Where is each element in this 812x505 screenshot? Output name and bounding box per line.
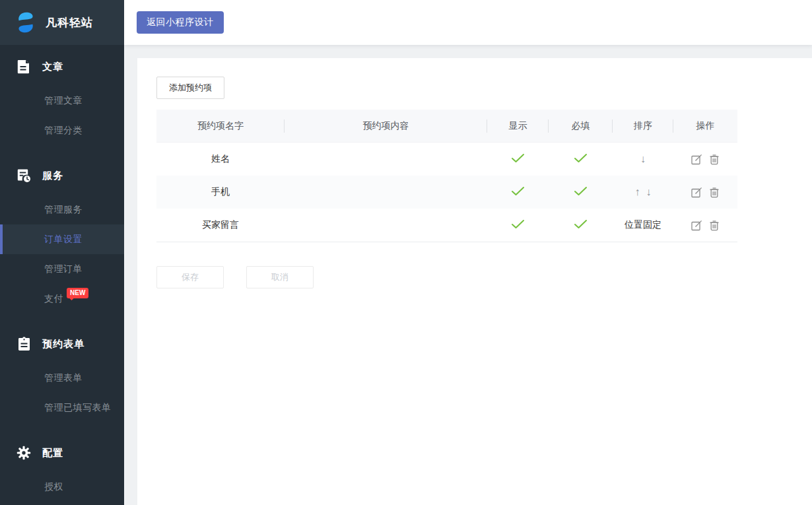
brand-logo-icon <box>13 10 38 35</box>
add-booking-item-button[interactable]: 添加预约项 <box>156 77 224 99</box>
sidebar-section-booking-forms: 预约表单 管理表单 管理已填写表单 <box>0 314 124 422</box>
col-header-required: 必填 <box>549 110 613 142</box>
cell-actions <box>673 176 737 209</box>
footer-buttons: 保存 取消 <box>156 266 812 288</box>
section-title-booking-forms: 预约表单 <box>0 334 124 354</box>
sidebar-item-manage-articles[interactable]: 管理文章 <box>0 86 124 116</box>
cell-sort: ↑ ↓ <box>613 176 673 209</box>
cell-sort-fixed: 位置固定 <box>613 209 673 242</box>
booking-items-table: 预约项名字 预约项内容 显示 必填 排序 操作 姓名 ↓ <box>156 110 737 242</box>
table-row: 手机 ↑ ↓ <box>156 176 737 209</box>
sidebar-item-label: 支付 <box>44 293 63 305</box>
check-icon <box>574 186 588 198</box>
app-title: 凡科轻站 <box>46 15 93 30</box>
col-header-item-content: 预约项内容 <box>285 110 487 142</box>
cell-display <box>487 209 549 242</box>
delete-icon[interactable] <box>708 153 720 165</box>
edit-icon[interactable] <box>691 153 703 165</box>
col-header-display: 显示 <box>487 110 549 142</box>
check-icon <box>574 219 588 231</box>
sidebar-section-config: 配置 授权 <box>0 422 124 502</box>
col-header-sort: 排序 <box>613 110 673 142</box>
sidebar-item-label: 管理分类 <box>44 125 83 137</box>
col-header-item-name: 预约项名字 <box>156 110 285 142</box>
sidebar-item-order-settings[interactable]: 订单设置 <box>0 224 124 254</box>
gear-icon <box>17 446 31 460</box>
section-label: 文章 <box>42 61 63 73</box>
cell-item-content <box>285 143 487 176</box>
sidebar-item-authorization[interactable]: 授权 <box>0 472 124 502</box>
check-icon <box>511 153 525 165</box>
section-title-config: 配置 <box>0 443 124 463</box>
sidebar-item-manage-forms[interactable]: 管理表单 <box>0 363 124 393</box>
section-title-articles: 文章 <box>0 57 124 77</box>
save-button[interactable]: 保存 <box>156 266 224 288</box>
cell-required <box>549 209 613 242</box>
main-panel: 添加预约项 预约项名字 预约项内容 显示 必填 排序 操作 姓名 ↓ <box>137 58 812 505</box>
edit-icon[interactable] <box>691 186 703 198</box>
check-icon <box>511 186 525 198</box>
sidebar-item-payment[interactable]: 支付 NEW <box>0 284 124 314</box>
sidebar-item-label: 管理文章 <box>44 95 83 107</box>
sidebar-item-manage-services[interactable]: 管理服务 <box>0 195 124 224</box>
cell-display <box>487 143 549 176</box>
cell-item-name: 手机 <box>156 176 285 209</box>
sidebar-header: 凡科轻站 <box>0 0 124 45</box>
sidebar-item-label: 管理订单 <box>44 263 83 275</box>
cell-item-content <box>285 209 487 242</box>
sidebar-item-label: 管理服务 <box>44 204 83 216</box>
cell-actions <box>673 209 737 242</box>
check-icon <box>511 219 525 231</box>
table-row: 买家留言 位置固定 <box>156 209 737 242</box>
cancel-button[interactable]: 取消 <box>246 266 314 288</box>
service-icon <box>17 168 31 183</box>
new-badge: NEW <box>67 288 88 298</box>
sidebar-section-services: 服务 管理服务 订单设置 管理订单 支付 NEW <box>0 145 124 314</box>
sidebar-item-label: 管理已填写表单 <box>44 402 112 414</box>
form-icon <box>17 337 31 351</box>
cell-required <box>549 143 613 176</box>
edit-icon[interactable] <box>691 219 703 231</box>
arrow-down-icon[interactable]: ↓ <box>646 187 652 197</box>
table-header-row: 预约项名字 预约项内容 显示 必填 排序 操作 <box>156 110 737 143</box>
arrow-up-icon[interactable]: ↑ <box>635 187 640 197</box>
sidebar-item-label: 管理表单 <box>44 372 83 384</box>
section-label: 预约表单 <box>42 338 85 351</box>
cell-item-name: 买家留言 <box>156 209 285 242</box>
sidebar-section-articles: 文章 管理文章 管理分类 <box>0 45 124 145</box>
section-label: 服务 <box>42 170 63 182</box>
cell-actions <box>673 143 737 176</box>
section-title-services: 服务 <box>0 166 124 185</box>
cell-required <box>549 176 613 209</box>
sidebar-item-manage-orders[interactable]: 管理订单 <box>0 254 124 284</box>
delete-icon[interactable] <box>708 219 720 231</box>
col-header-actions: 操作 <box>673 110 737 142</box>
check-icon <box>574 153 588 165</box>
sidebar: 凡科轻站 文章 管理文章 管理分类 <box>0 0 124 505</box>
section-label: 配置 <box>42 447 63 459</box>
delete-icon[interactable] <box>708 186 720 198</box>
back-to-miniprogram-design-button[interactable]: 返回小程序设计 <box>137 11 224 34</box>
sidebar-item-label: 授权 <box>44 481 63 493</box>
topbar: 返回小程序设计 <box>124 0 812 45</box>
sidebar-item-manage-categories[interactable]: 管理分类 <box>0 116 124 145</box>
arrow-down-icon[interactable]: ↓ <box>640 154 646 164</box>
cell-sort: ↓ <box>613 143 673 176</box>
cell-item-content <box>285 176 487 209</box>
sidebar-item-label: 订单设置 <box>44 234 83 246</box>
cell-item-name: 姓名 <box>156 143 285 176</box>
article-icon <box>17 59 31 74</box>
table-row: 姓名 ↓ <box>156 143 737 176</box>
sidebar-item-manage-filled-forms[interactable]: 管理已填写表单 <box>0 393 124 422</box>
cell-display <box>487 176 549 209</box>
